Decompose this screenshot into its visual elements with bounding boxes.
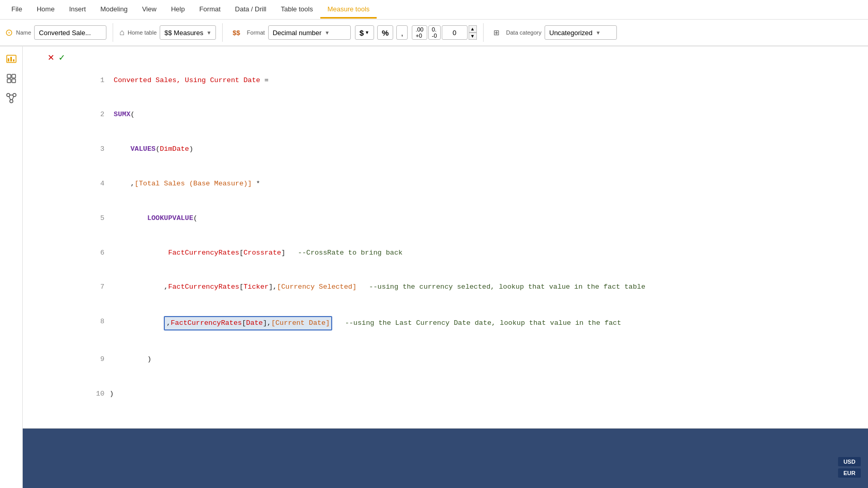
sumx-keyword: SUMX — [114, 111, 130, 118]
sidebar-icon-report[interactable] — [3, 51, 20, 67]
decimal-stepper[interactable]: ▲ ▼ — [469, 25, 477, 40]
line-num-5: 5 — [94, 213, 104, 224]
menu-insert[interactable]: Insert — [62, 1, 94, 19]
formula-line-8: 8 ,FactCurrencyRates[Date],[Current Date… — [94, 316, 864, 330]
menu-measure-tools[interactable]: Measure tools — [320, 1, 377, 19]
currency-symbol: $ — [360, 28, 364, 37]
lookupvalue-keyword: LOOKUPVALUE — [147, 214, 193, 222]
name-section: ⊙ Name — [5, 25, 106, 40]
formula-actions: ✕ ✓ — [47, 52, 66, 64]
line-num-1: 1 — [94, 75, 104, 86]
name-label: Name — [16, 29, 31, 36]
percent-symbol: % — [382, 28, 389, 37]
formula-bar: ✕ ✓ 1 Converted Sales, Using Current Dat… — [23, 46, 868, 429]
divider-2 — [222, 23, 223, 42]
formula-code-editor[interactable]: 1 Converted Sales, Using Current Date = … — [90, 50, 868, 425]
menu-file[interactable]: File — [4, 1, 29, 19]
formula-line-4: 4 ,[Total Sales (Base Measure)] * — [94, 178, 864, 190]
line-num-9: 9 — [94, 354, 104, 365]
dec-decrease-btn[interactable]: 0.-0 — [428, 25, 441, 40]
formula-line-content-6: FactCurrencyRates[Crossrate] --CrossRate… — [110, 247, 864, 259]
menu-table-tools[interactable]: Table tools — [273, 1, 320, 19]
formula-controls: ✕ ✓ — [23, 50, 90, 66]
menu-view[interactable]: View — [135, 1, 164, 19]
formula-line-6: 6 FactCurrencyRates[Crossrate] --CrossRa… — [94, 247, 864, 259]
percent-button[interactable]: % — [377, 25, 393, 40]
formula-line-5: 5 LOOKUPVALUE( — [94, 213, 864, 224]
menu-data-drill[interactable]: Data / Drill — [228, 1, 274, 19]
decimal-input[interactable] — [442, 25, 468, 40]
format-icon: $$ — [229, 25, 243, 40]
stepper-up[interactable]: ▲ — [469, 25, 477, 33]
svg-rect-2 — [10, 57, 12, 61]
format-dropdown[interactable]: Decimal number ▼ — [268, 25, 351, 40]
line-num-6: 6 — [94, 247, 104, 259]
divider-3 — [483, 23, 484, 42]
svg-rect-6 — [7, 79, 11, 83]
formula-line-2: 2 SUMX( — [94, 109, 864, 120]
home-table-section: ⌂ Home table $$ Measures ▼ — [119, 25, 216, 40]
ticker-col: Ticker — [243, 283, 269, 291]
menu-modeling[interactable]: Modeling — [93, 1, 135, 19]
currency-labels-group: USD EUR — [838, 457, 861, 478]
svg-rect-5 — [12, 74, 16, 78]
svg-point-9 — [13, 93, 16, 97]
formula-line-3: 3 VALUES(DimDate) — [94, 144, 864, 155]
menu-home[interactable]: Home — [29, 1, 62, 19]
format-label: Format — [247, 29, 265, 36]
name-input[interactable] — [34, 25, 106, 40]
formula-line-1: 1 Converted Sales, Using Current Date = — [94, 75, 864, 86]
crossrate-col: Crossrate — [243, 249, 281, 257]
currency-dropdown-arrow: ▼ — [365, 30, 369, 35]
formula-line-9: 9 ) — [94, 354, 864, 365]
currency-group: $ ▼ % , — [355, 25, 408, 40]
home-table-dropdown[interactable]: $$ Measures ▼ — [160, 25, 216, 40]
ticker-ref: FactCurrencyRates — [168, 283, 239, 291]
menu-bar: File Home Insert Modeling View Help Form… — [0, 0, 868, 20]
sidebar-icon-model[interactable] — [3, 90, 20, 106]
svg-rect-4 — [7, 74, 11, 78]
data-category-value: Uncategorized — [549, 29, 593, 37]
formula-cancel-button[interactable]: ✕ — [47, 52, 55, 64]
decimal-section: .00+0 0.-0 ▲ ▼ — [412, 25, 476, 40]
dec-increase-btn[interactable]: .00+0 — [412, 25, 427, 40]
formula-line-content-5: LOOKUPVALUE( — [110, 213, 864, 224]
svg-point-10 — [10, 100, 13, 103]
menu-format[interactable]: Format — [192, 1, 228, 19]
stepper-down[interactable]: ▼ — [469, 33, 477, 40]
comment-8: --using the Last Currency Date date, loo… — [345, 319, 622, 327]
home-table-arrow: ▼ — [206, 30, 211, 36]
measure-name: Converted Sales, Using Current Date — [114, 76, 260, 84]
line-num-3: 3 — [94, 144, 104, 155]
date-ref: FactCurrencyRates — [171, 319, 242, 327]
dashboard-background — [23, 429, 868, 489]
comma-button[interactable]: , — [396, 25, 408, 40]
currency-button[interactable]: $ ▼ — [355, 25, 374, 40]
line-num-4: 4 — [94, 178, 104, 190]
home-table-icon: ⌂ — [119, 28, 125, 37]
selected-line-8: ,FactCurrencyRates[Date],[Current Date] — [164, 316, 332, 330]
name-section-icon: ⊙ — [5, 27, 13, 38]
comment-6: --CrossRate to bring back — [298, 249, 403, 257]
main-area: ✕ ✓ 1 Converted Sales, Using Current Dat… — [0, 46, 868, 488]
data-category-dropdown[interactable]: Uncategorized ▼ — [545, 25, 617, 40]
currency-selected-ref: [Currency Selected] — [277, 283, 357, 291]
crossrate-ref: FactCurrencyRates — [168, 249, 239, 257]
svg-rect-3 — [13, 59, 14, 61]
line-num-10: 10 — [94, 388, 104, 400]
menu-help[interactable]: Help — [164, 1, 192, 19]
line-num-7: 7 — [94, 281, 104, 293]
total-sales-ref: [Total Sales (Base Measure)] — [135, 180, 252, 187]
format-arrow: ▼ — [324, 30, 330, 36]
formula-line-content-3: VALUES(DimDate) — [110, 144, 864, 155]
formula-line-content-10: ) — [110, 388, 864, 400]
formula-line-content-8: ,FactCurrencyRates[Date],[Current Date] … — [110, 316, 864, 330]
formula-confirm-button[interactable]: ✓ — [57, 52, 66, 64]
svg-rect-1 — [8, 58, 9, 61]
data-category-label: Data category — [506, 29, 541, 36]
currency-label-eur: EUR — [838, 468, 861, 478]
sidebar-icon-data[interactable] — [3, 70, 20, 87]
data-category-section: ⊞ Data category Uncategorized ▼ — [490, 25, 617, 40]
line-num-8: 8 — [94, 316, 104, 330]
format-value: Decimal number — [273, 29, 322, 37]
